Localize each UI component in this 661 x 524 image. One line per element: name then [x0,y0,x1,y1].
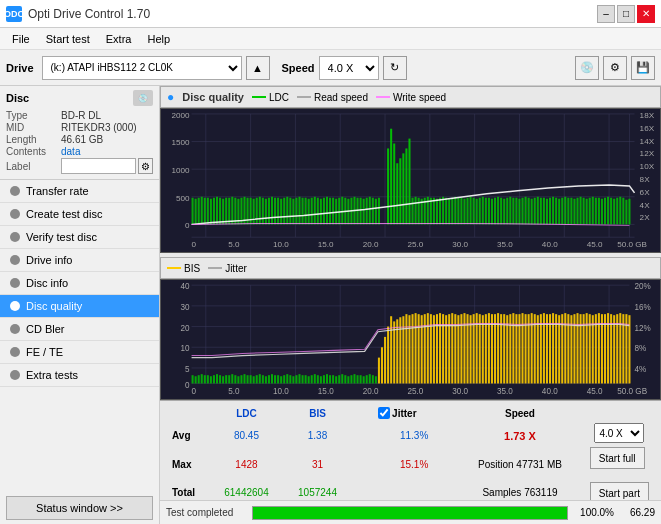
svg-rect-178 [610,198,612,225]
nav-disc-quality[interactable]: Disc quality [0,295,159,318]
disc-mid-value: RITEKDR3 (000) [61,122,137,133]
nav-label-disc-info: Disc info [26,277,68,289]
menu-extra[interactable]: Extra [98,31,140,47]
svg-rect-285 [378,358,380,384]
close-button[interactable]: ✕ [637,5,655,23]
nav-cd-bler[interactable]: CD Bler [0,318,159,341]
svg-text:20: 20 [180,324,189,333]
svg-text:0: 0 [185,221,190,230]
svg-rect-275 [347,376,349,383]
legend-read-speed: Read speed [297,92,368,103]
speed-select-toolbar[interactable]: 4.0 X [319,56,379,80]
disc-label-btn[interactable]: ⚙ [138,158,153,174]
minimize-button[interactable]: – [597,5,615,23]
svg-text:10: 10 [180,344,189,353]
nav-dot-fe-te [10,347,20,357]
svg-rect-107 [393,144,395,225]
svg-rect-265 [317,375,319,383]
bottom-chart-header: BIS Jitter [160,257,661,279]
svg-rect-284 [375,376,377,383]
nav-create-test-disc[interactable]: Create test disc [0,203,159,226]
svg-text:15.0: 15.0 [318,387,334,396]
svg-rect-293 [402,316,404,383]
svg-text:40.0: 40.0 [542,240,558,249]
menu-file[interactable]: File [4,31,38,47]
svg-rect-130 [463,199,465,225]
svg-text:40: 40 [180,282,189,291]
svg-text:45.0: 45.0 [587,240,603,249]
maximize-button[interactable]: □ [617,5,635,23]
svg-rect-230 [210,376,212,383]
svg-rect-274 [344,375,346,383]
status-window-button[interactable]: Status window >> [6,496,153,520]
drive-label: Drive [6,62,34,74]
svg-rect-79 [302,198,304,225]
samples-value: 763119 [524,487,557,498]
nav-drive-info[interactable]: Drive info [0,249,159,272]
nav-dot-disc-quality [10,301,20,311]
svg-text:20%: 20% [635,282,651,291]
nav-label-fe-te: FE / TE [26,346,63,358]
svg-rect-233 [219,375,221,383]
svg-rect-43 [192,198,194,225]
nav-dot-drive-info [10,255,20,265]
svg-rect-85 [320,199,322,225]
svg-rect-267 [323,375,325,383]
app-icon: ODC [6,6,22,22]
svg-text:20.0: 20.0 [363,387,379,396]
menu-help[interactable]: Help [139,31,178,47]
nav-dot-verify-test-disc [10,232,20,242]
svg-text:14X: 14X [640,137,655,146]
svg-rect-170 [586,199,588,225]
svg-rect-237 [231,374,233,383]
save-button[interactable]: 💾 [631,56,655,80]
drive-select[interactable]: (k:) ATAPI iHBS112 2 CL0K [42,56,242,80]
svg-rect-91 [338,198,340,225]
svg-rect-337 [537,315,539,383]
svg-rect-175 [601,199,603,225]
title-bar: ODC Opti Drive Control 1.70 – □ ✕ [0,0,661,28]
avg-label: Avg [168,422,208,450]
menu-start-test[interactable]: Start test [38,31,98,47]
svg-rect-48 [207,198,209,225]
svg-rect-114 [415,197,417,225]
svg-rect-149 [522,198,524,225]
svg-rect-146 [512,198,514,225]
nav-transfer-rate[interactable]: Transfer rate [0,180,159,203]
speed-select-stats[interactable]: 4.0 X [594,423,644,443]
svg-rect-179 [613,199,615,225]
disc-section-title: Disc [6,92,29,104]
nav-extra-tests[interactable]: Extra tests [0,364,159,387]
eject-button[interactable]: ▲ [246,56,270,80]
nav-verify-test-disc[interactable]: Verify test disc [0,226,159,249]
disc-button[interactable]: 💿 [575,56,599,80]
jitter-checkbox[interactable] [378,407,390,419]
svg-text:8X: 8X [640,175,651,184]
disc-label-input[interactable] [61,158,136,174]
svg-rect-72 [280,199,282,225]
chart-title: Disc quality [182,91,244,103]
refresh-button[interactable]: ↻ [383,56,407,80]
start-full-button[interactable]: Start full [590,447,645,469]
svg-rect-49 [210,199,212,225]
svg-rect-47 [204,198,206,225]
svg-rect-163 [564,197,566,225]
svg-rect-139 [491,199,493,225]
svg-text:18X: 18X [640,111,655,120]
svg-rect-234 [222,376,224,383]
settings-button[interactable]: ⚙ [603,56,627,80]
svg-text:40.0: 40.0 [542,387,558,396]
nav-disc-info[interactable]: Disc info [0,272,159,295]
svg-text:6X: 6X [640,188,651,197]
svg-rect-87 [326,197,328,225]
svg-text:30: 30 [180,303,189,312]
svg-rect-266 [320,376,322,383]
nav-fe-te[interactable]: FE / TE [0,341,159,364]
disc-length-value: 46.61 GB [61,134,103,145]
svg-rect-249 [268,375,270,383]
svg-rect-289 [390,316,392,383]
svg-rect-158 [549,198,551,225]
bottom-chart: 40 30 20 10 5 0 20% 16% 12% 8% 4% 0 5.0 … [160,279,661,400]
svg-rect-281 [366,375,368,383]
svg-rect-89 [332,198,334,225]
